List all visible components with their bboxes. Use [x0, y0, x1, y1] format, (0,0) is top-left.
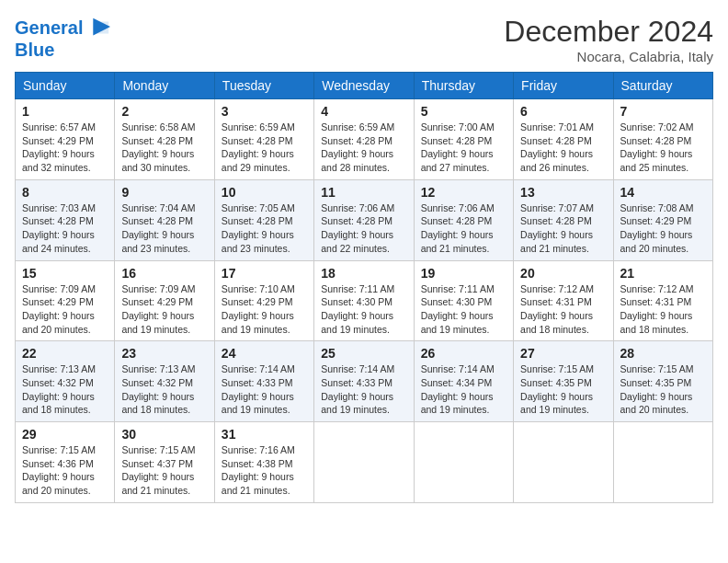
calendar-cell: 24 Sunrise: 7:14 AM Sunset: 4:33 PM Dayl…	[214, 341, 313, 422]
day-number: 10	[222, 185, 307, 200]
day-info: Sunrise: 7:15 AM Sunset: 4:35 PM Dayligh…	[520, 362, 606, 417]
day-info: Sunrise: 7:13 AM Sunset: 4:32 PM Dayligh…	[22, 362, 108, 417]
day-number: 25	[321, 346, 406, 361]
calendar-cell: 3 Sunrise: 6:59 AM Sunset: 4:28 PM Dayli…	[214, 99, 313, 180]
day-number: 12	[421, 185, 506, 200]
calendar-cell: 14 Sunrise: 7:08 AM Sunset: 4:29 PM Dayl…	[613, 179, 712, 260]
calendar-week-3: 15 Sunrise: 7:09 AM Sunset: 4:29 PM Dayl…	[16, 260, 713, 341]
calendar-cell	[414, 422, 513, 503]
day-number: 31	[222, 427, 307, 442]
calendar-cell: 9 Sunrise: 7:04 AM Sunset: 4:28 PM Dayli…	[115, 179, 214, 260]
calendar-cell: 21 Sunrise: 7:12 AM Sunset: 4:31 PM Dayl…	[613, 260, 712, 341]
day-info: Sunrise: 6:59 AM Sunset: 4:28 PM Dayligh…	[222, 121, 307, 175]
calendar-cell: 22 Sunrise: 7:13 AM Sunset: 4:32 PM Dayl…	[16, 341, 115, 422]
calendar-cell: 12 Sunrise: 7:06 AM Sunset: 4:28 PM Dayl…	[414, 179, 513, 260]
calendar-cell: 30 Sunrise: 7:15 AM Sunset: 4:37 PM Dayl…	[115, 422, 214, 503]
day-info: Sunrise: 7:00 AM Sunset: 4:28 PM Dayligh…	[421, 121, 506, 175]
day-info: Sunrise: 7:07 AM Sunset: 4:28 PM Dayligh…	[520, 201, 606, 256]
calendar-cell: 28 Sunrise: 7:15 AM Sunset: 4:35 PM Dayl…	[613, 341, 712, 422]
day-info: Sunrise: 6:58 AM Sunset: 4:28 PM Dayligh…	[121, 121, 207, 175]
day-number: 27	[520, 346, 606, 361]
calendar-cell: 26 Sunrise: 7:14 AM Sunset: 4:34 PM Dayl…	[414, 341, 513, 422]
calendar-cell: 5 Sunrise: 7:00 AM Sunset: 4:28 PM Dayli…	[414, 99, 513, 180]
calendar-cell: 25 Sunrise: 7:14 AM Sunset: 4:33 PM Dayl…	[314, 341, 414, 422]
calendar-cell: 4 Sunrise: 6:59 AM Sunset: 4:28 PM Dayli…	[314, 99, 414, 180]
day-info: Sunrise: 7:14 AM Sunset: 4:33 PM Dayligh…	[321, 362, 406, 417]
day-number: 17	[222, 266, 307, 281]
calendar-cell: 18 Sunrise: 7:11 AM Sunset: 4:30 PM Dayl…	[314, 260, 414, 341]
weekday-header-friday: Friday	[514, 73, 613, 99]
day-number: 14	[620, 185, 706, 200]
day-info: Sunrise: 7:11 AM Sunset: 4:30 PM Dayligh…	[421, 282, 506, 337]
month-title: December 2024	[504, 15, 713, 49]
day-number: 9	[121, 185, 207, 200]
day-number: 8	[22, 185, 108, 200]
day-number: 13	[520, 185, 606, 200]
day-number: 7	[620, 104, 706, 119]
calendar-cell: 7 Sunrise: 7:02 AM Sunset: 4:28 PM Dayli…	[613, 99, 712, 180]
day-number: 19	[421, 266, 506, 281]
calendar-week-4: 22 Sunrise: 7:13 AM Sunset: 4:32 PM Dayl…	[16, 341, 713, 422]
day-info: Sunrise: 7:09 AM Sunset: 4:29 PM Dayligh…	[121, 282, 207, 337]
weekday-header-sunday: Sunday	[16, 73, 115, 99]
page-header: General Blue December 2024 Nocara, Calab…	[15, 15, 713, 64]
weekday-header-saturday: Saturday	[613, 73, 712, 99]
day-number: 11	[321, 185, 406, 200]
calendar-cell: 20 Sunrise: 7:12 AM Sunset: 4:31 PM Dayl…	[514, 260, 613, 341]
calendar-cell: 27 Sunrise: 7:15 AM Sunset: 4:35 PM Dayl…	[514, 341, 613, 422]
day-number: 2	[121, 104, 207, 119]
day-info: Sunrise: 7:15 AM Sunset: 4:37 PM Dayligh…	[121, 443, 207, 498]
day-number: 1	[22, 104, 108, 119]
logo-line2: Blue	[15, 40, 110, 59]
title-block: December 2024 Nocara, Calabria, Italy	[504, 15, 713, 64]
day-number: 20	[520, 266, 606, 281]
calendar-cell: 19 Sunrise: 7:11 AM Sunset: 4:30 PM Dayl…	[414, 260, 513, 341]
day-info: Sunrise: 6:59 AM Sunset: 4:28 PM Dayligh…	[321, 121, 406, 175]
weekday-header-tuesday: Tuesday	[214, 73, 313, 99]
logo-icon	[85, 15, 110, 40]
day-info: Sunrise: 7:06 AM Sunset: 4:28 PM Dayligh…	[421, 201, 506, 256]
day-info: Sunrise: 7:08 AM Sunset: 4:29 PM Dayligh…	[620, 201, 706, 256]
calendar-cell: 15 Sunrise: 7:09 AM Sunset: 4:29 PM Dayl…	[16, 260, 115, 341]
calendar-cell: 29 Sunrise: 7:15 AM Sunset: 4:36 PM Dayl…	[16, 422, 115, 503]
day-info: Sunrise: 7:05 AM Sunset: 4:28 PM Dayligh…	[222, 201, 307, 256]
logo: General Blue	[15, 15, 110, 59]
calendar-cell: 16 Sunrise: 7:09 AM Sunset: 4:29 PM Dayl…	[115, 260, 214, 341]
weekday-header-thursday: Thursday	[414, 73, 513, 99]
calendar-table: SundayMondayTuesdayWednesdayThursdayFrid…	[15, 72, 713, 503]
day-number: 26	[421, 346, 506, 361]
calendar-cell: 6 Sunrise: 7:01 AM Sunset: 4:28 PM Dayli…	[514, 99, 613, 180]
day-info: Sunrise: 7:14 AM Sunset: 4:33 PM Dayligh…	[222, 362, 307, 417]
calendar-cell: 2 Sunrise: 6:58 AM Sunset: 4:28 PM Dayli…	[115, 99, 214, 180]
day-number: 4	[321, 104, 406, 119]
calendar-cell: 17 Sunrise: 7:10 AM Sunset: 4:29 PM Dayl…	[214, 260, 313, 341]
day-info: Sunrise: 7:09 AM Sunset: 4:29 PM Dayligh…	[22, 282, 108, 337]
day-number: 15	[22, 266, 108, 281]
calendar-cell: 31 Sunrise: 7:16 AM Sunset: 4:38 PM Dayl…	[214, 422, 313, 503]
day-number: 28	[620, 346, 706, 361]
calendar-cell: 13 Sunrise: 7:07 AM Sunset: 4:28 PM Dayl…	[514, 179, 613, 260]
calendar-week-5: 29 Sunrise: 7:15 AM Sunset: 4:36 PM Dayl…	[16, 422, 713, 503]
day-number: 6	[520, 104, 606, 119]
logo-line1: General	[15, 17, 83, 38]
day-info: Sunrise: 7:15 AM Sunset: 4:36 PM Dayligh…	[22, 443, 108, 498]
location: Nocara, Calabria, Italy	[504, 49, 713, 64]
calendar-cell: 8 Sunrise: 7:03 AM Sunset: 4:28 PM Dayli…	[16, 179, 115, 260]
day-number: 5	[421, 104, 506, 119]
calendar-cell: 1 Sunrise: 6:57 AM Sunset: 4:29 PM Dayli…	[16, 99, 115, 180]
day-info: Sunrise: 6:57 AM Sunset: 4:29 PM Dayligh…	[22, 121, 108, 175]
calendar-week-1: 1 Sunrise: 6:57 AM Sunset: 4:29 PM Dayli…	[16, 99, 713, 180]
weekday-header-wednesday: Wednesday	[314, 73, 414, 99]
day-info: Sunrise: 7:04 AM Sunset: 4:28 PM Dayligh…	[121, 201, 207, 256]
day-number: 24	[222, 346, 307, 361]
calendar-cell: 23 Sunrise: 7:13 AM Sunset: 4:32 PM Dayl…	[115, 341, 214, 422]
calendar-cell	[613, 422, 712, 503]
calendar-cell	[514, 422, 613, 503]
day-info: Sunrise: 7:12 AM Sunset: 4:31 PM Dayligh…	[520, 282, 606, 337]
day-number: 22	[22, 346, 108, 361]
calendar-cell	[314, 422, 414, 503]
day-number: 30	[121, 427, 207, 442]
day-info: Sunrise: 7:10 AM Sunset: 4:29 PM Dayligh…	[222, 282, 307, 337]
calendar-cell: 11 Sunrise: 7:06 AM Sunset: 4:28 PM Dayl…	[314, 179, 414, 260]
calendar-week-2: 8 Sunrise: 7:03 AM Sunset: 4:28 PM Dayli…	[16, 179, 713, 260]
